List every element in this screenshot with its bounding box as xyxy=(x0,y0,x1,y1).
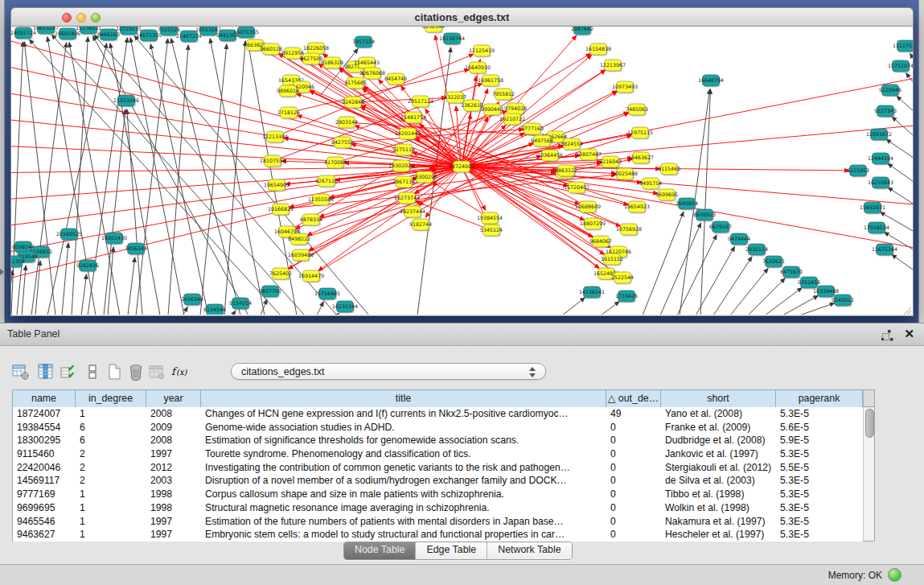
graph-node[interactable]: 8878334 xyxy=(300,214,322,226)
cell-name[interactable]: 9699695 xyxy=(13,501,76,515)
cell-year[interactable]: 2012 xyxy=(146,461,201,475)
cell-in_degree[interactable]: 1 xyxy=(76,501,146,515)
graph-node[interactable]: 9857791 xyxy=(259,286,281,298)
table-vertical-scrollbar[interactable] xyxy=(863,407,874,541)
graph-edge[interactable] xyxy=(11,42,23,315)
cell-title[interactable]: Disruption of a novel member of a sodium… xyxy=(201,474,606,488)
graph-node[interactable]: 3175685 xyxy=(344,77,367,89)
graph-node[interactable]: 7957224 xyxy=(352,36,375,48)
graph-edge[interactable] xyxy=(22,266,26,315)
graph-node[interactable]: 2416344 xyxy=(181,294,203,306)
graph-node[interactable]: 19654903 xyxy=(264,179,290,192)
graph-edge[interactable] xyxy=(317,302,323,315)
graph-edge[interactable] xyxy=(69,43,120,315)
graph-node[interactable]: 7485063 xyxy=(626,104,648,116)
graph-node[interactable]: 11117534 xyxy=(893,40,913,52)
cell-year[interactable]: 2009 xyxy=(146,421,201,435)
graph-node[interactable]: 7625402 xyxy=(269,268,292,280)
memory-ok-indicator-icon[interactable] xyxy=(888,568,901,582)
table-row[interactable]: 1456911722003Disruption of a novel membe… xyxy=(13,474,863,488)
cell-short[interactable]: Hescheler et al. (1997) xyxy=(661,528,776,542)
graph-edge[interactable] xyxy=(432,182,490,218)
graph-node[interactable]: 10025488 xyxy=(612,168,638,180)
cell-title[interactable]: Structural magnetic resonance image aver… xyxy=(201,501,606,515)
graph-node[interactable]: 1362615 xyxy=(461,100,483,112)
cell-short[interactable]: Jankovic et al. (1997) xyxy=(661,447,776,461)
close-panel-icon[interactable]: ✕ xyxy=(904,327,914,341)
graph-node[interactable]: 16231344 xyxy=(332,301,358,313)
table-mode-icon[interactable] xyxy=(12,362,31,381)
graph-edge[interactable] xyxy=(35,261,40,315)
cell-short[interactable]: Yano et al. (2008) xyxy=(661,407,776,421)
graph-node[interactable]: 20364456 xyxy=(537,150,563,162)
cell-name[interactable]: 9777169 xyxy=(13,488,76,501)
cell-in_degree[interactable]: 1 xyxy=(76,488,146,501)
cell-pagerank[interactable]: 5.5E-5 xyxy=(776,461,863,475)
graph-edge[interactable] xyxy=(897,96,913,121)
graph-node[interactable]: 3267110 xyxy=(315,175,338,187)
graph-node[interactable]: 9275114 xyxy=(392,144,415,156)
cell-short[interactable]: Dudbridge et al. (2008) xyxy=(661,434,776,447)
cell-short[interactable]: Franke et al. (2009) xyxy=(661,421,776,435)
graph-node[interactable]: 9990443 xyxy=(481,104,503,116)
cell-in_degree[interactable]: 2 xyxy=(76,461,146,475)
graph-edge[interactable] xyxy=(730,269,768,315)
graph-node[interactable]: 14136141 xyxy=(579,286,605,299)
graph-node[interactable]: 3824554 xyxy=(561,138,583,150)
graph-node[interactable]: 9182744 xyxy=(409,219,432,231)
import-table-icon[interactable] xyxy=(148,362,167,381)
graph-node[interactable]: 8215953 xyxy=(847,165,869,177)
graph-edge[interactable] xyxy=(127,109,142,315)
graph-node[interactable]: 9474444 xyxy=(728,233,750,245)
column-header-out_degree[interactable]: △ out_de… xyxy=(606,390,661,407)
select-rows-icon[interactable]: ✔ ✔ xyxy=(60,362,80,381)
cell-out_degree[interactable]: 0 xyxy=(606,488,661,501)
table-row[interactable]: 2242004622012Investigating the contribut… xyxy=(13,461,863,475)
cell-name[interactable]: 18300295 xyxy=(13,434,76,447)
graph-node[interactable]: 18237444 xyxy=(400,206,425,218)
graph-edge[interactable] xyxy=(337,313,339,315)
cell-pagerank[interactable]: 5.3E-5 xyxy=(776,474,863,488)
graph-node[interactable]: 10756928 xyxy=(616,224,642,236)
cell-in_degree[interactable]: 6 xyxy=(76,434,146,447)
graph-node[interactable]: 7856344 xyxy=(125,243,147,255)
graph-node[interactable]: 9896014 xyxy=(277,85,299,97)
graph-edge[interactable] xyxy=(888,163,913,189)
cell-in_degree[interactable]: 1 xyxy=(76,515,146,529)
graph-node[interactable]: 21407224 xyxy=(176,31,202,43)
cell-name[interactable]: 14569117 xyxy=(13,474,76,488)
graph-edge[interactable] xyxy=(150,44,208,315)
table-row[interactable]: 969969511998Structural magnetic resonanc… xyxy=(13,501,863,515)
cell-name[interactable]: 9463627 xyxy=(13,528,76,542)
graph-edge[interactable] xyxy=(108,247,113,315)
table-row[interactable]: 1830029562008Estimation of significance … xyxy=(13,434,863,447)
cell-out_degree[interactable]: 0 xyxy=(606,515,661,529)
graph-node[interactable]: 19654923 xyxy=(624,201,650,213)
table-row[interactable]: 946554611997Estimation of the future num… xyxy=(13,515,863,529)
graph-node[interactable]: 18300295 xyxy=(412,171,437,183)
graph-node[interactable]: 6216043 xyxy=(599,156,622,168)
graph-node[interactable]: 10807487 xyxy=(576,149,602,161)
graph-node[interactable]: 15692971 xyxy=(860,202,885,214)
graph-node[interactable]: 8454749 xyxy=(384,73,407,85)
graph-edge[interactable] xyxy=(110,43,160,315)
panel-collapse-arrow-icon[interactable] xyxy=(0,269,4,275)
cell-title[interactable]: Corpus callosum shape and size in male p… xyxy=(201,488,606,501)
cell-year[interactable]: 1998 xyxy=(146,501,201,515)
graph-node[interactable]: 9352456 xyxy=(798,277,820,289)
citation-network-graph[interactable]: 1872400724055724106532872069140615276021… xyxy=(11,27,913,315)
graph-node[interactable]: 5051354 xyxy=(11,256,25,268)
graph-node[interactable]: 9245012 xyxy=(832,295,854,307)
cell-out_degree[interactable]: 49 xyxy=(606,407,661,421)
graph-node[interactable]: 9227343 xyxy=(874,105,897,117)
graph-node[interactable]: 12975115 xyxy=(627,127,653,139)
graph-edge[interactable] xyxy=(51,35,305,315)
cell-year[interactable]: 2008 xyxy=(146,407,201,421)
graph-node[interactable]: 8498222 xyxy=(288,233,310,245)
function-builder-icon[interactable]: f (x) xyxy=(170,362,190,381)
graph-edge[interactable] xyxy=(799,303,835,315)
cell-out_degree[interactable]: 0 xyxy=(606,474,661,488)
graph-edge[interactable] xyxy=(128,257,135,315)
graph-node[interactable]: 2522544 xyxy=(611,272,634,284)
cell-out_degree[interactable]: 0 xyxy=(606,434,661,447)
